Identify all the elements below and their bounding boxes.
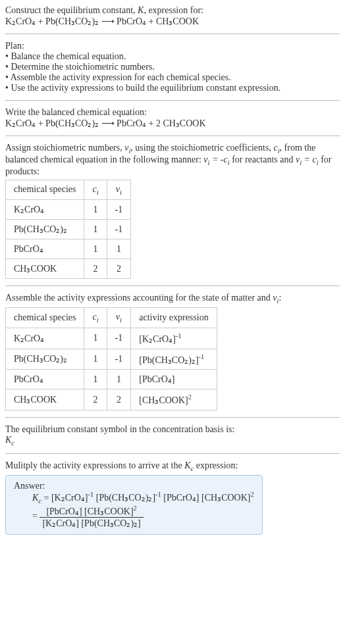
equals: = [41, 493, 51, 503]
cell-nui: 2 [107, 389, 131, 410]
cell-nui: 1 [107, 370, 131, 389]
table-row: CH₃COOK 2 2 [CH₃COOK]2 [6, 389, 217, 410]
activity-text: : [279, 293, 281, 303]
table-row: K₂CrO₄ 1 -1 [6, 200, 131, 220]
table-row: PbCrO₄ 1 1 [6, 239, 131, 259]
divider [5, 100, 340, 101]
stoich-text: Assign stoichiometric numbers, [5, 143, 124, 153]
cell-species: PbCrO₄ [6, 370, 84, 389]
table-header-row: chemical species ci νi activity expressi… [6, 308, 217, 328]
col-nui: νi [107, 180, 131, 200]
cell-species: K₂CrO₄ [6, 200, 84, 220]
denominator: [K₂CrO₄] [Pb(CH₃CO₂)₂] [40, 518, 143, 529]
cell-nui: -1 [107, 200, 131, 220]
cell-activity: [K₂CrO₄]-1 [131, 328, 217, 349]
cell-nui: -1 [107, 328, 131, 349]
cell-species: CH₃COOK [6, 259, 84, 279]
plan-title: Plan: [5, 41, 340, 51]
col-activity: activity expression [131, 308, 217, 328]
intro-text2: , expression for: [144, 5, 203, 15]
term: [PbCrO₄] [CH₃COOK]2 [161, 493, 254, 503]
divider [5, 417, 340, 418]
intro-equation: K₂CrO₄ + Pb(CH₃CO₂)₂ ⟶ PbCrO₄ + CH₃COOK [5, 16, 199, 26]
nu-symbol: νi [124, 143, 130, 153]
answer-line1: Kc = [K₂CrO₄]-1 [Pb(CH₃CO₂)₂]-1 [PbCrO₄]… [32, 491, 254, 505]
col-species: chemical species [6, 180, 84, 200]
cell-nui: -1 [107, 220, 131, 239]
plan-bullet: • Use the activity expressions to build … [5, 83, 340, 93]
plan-section: Plan: • Balance the chemical equation. •… [5, 41, 340, 93]
symbol-section: The equilibrium constant symbol in the c… [5, 424, 340, 447]
multiply-text: Mulitply the activity expressions to arr… [5, 460, 184, 470]
plan-bullet: • Determine the stoichiometric numbers. [5, 62, 340, 72]
stoich-text: for reactants and [230, 155, 296, 164]
term: [Pb(CH₃CO₂)₂]-1 [93, 493, 161, 503]
answer-box: Answer: Kc = [K₂CrO₄]-1 [Pb(CH₃CO₂)₂]-1 … [5, 475, 263, 535]
plan-bullet: • Assemble the activity expression for e… [5, 72, 340, 83]
answer-title: Answer: [14, 481, 254, 491]
intro-section: Construct the equilibrium constant, K, e… [5, 5, 340, 27]
cell-ci: 2 [84, 389, 107, 410]
nu-relation: νi = ci [296, 155, 319, 164]
cell-activity: [CH₃COOK]2 [131, 389, 217, 410]
activity-section: Assemble the activity expressions accoun… [5, 293, 340, 410]
activity-table: chemical species ci νi activity expressi… [5, 307, 217, 410]
col-ci: ci [84, 180, 107, 200]
cell-ci: 1 [84, 349, 107, 370]
balanced-title: Write the balanced chemical equation: [5, 107, 340, 118]
answer-line2: = [PbCrO₄] [CH₃COOK]2 [K₂CrO₄] [Pb(CH₃CO… [32, 505, 254, 529]
table-row: Pb(CH₃CO₂)₂ 1 -1 [Pb(CH₃CO₂)₂]-1 [6, 349, 217, 370]
table-row: Pb(CH₃CO₂)₂ 1 -1 [6, 220, 131, 239]
cell-activity: [Pb(CH₃CO₂)₂]-1 [131, 349, 217, 370]
stoich-text: , using the stoichiometric coefficients, [130, 143, 273, 153]
cell-ci: 1 [84, 220, 107, 239]
stoich-table: chemical species ci νi K₂CrO₄ 1 -1 Pb(CH… [5, 180, 131, 280]
cell-ci: 1 [84, 239, 107, 259]
divider [5, 136, 340, 136]
cell-nui: -1 [107, 349, 131, 370]
divider [5, 34, 340, 34]
divider [5, 453, 340, 454]
k-symbol: K [138, 5, 144, 15]
activity-text: Assemble the activity expressions accoun… [5, 293, 273, 303]
stoich-section: Assign stoichiometric numbers, νi, using… [5, 143, 340, 279]
multiply-section: Mulitply the activity expressions to arr… [5, 460, 340, 535]
cell-ci: 2 [84, 259, 107, 279]
cell-activity: [PbCrO₄] [131, 370, 217, 389]
cell-species: Pb(CH₃CO₂)₂ [6, 349, 84, 370]
kc-symbol: Kc [5, 435, 340, 447]
balanced-section: Write the balanced chemical equation: K₂… [5, 107, 340, 129]
plan-bullet: • Balance the chemical equation. [5, 51, 340, 62]
intro-text: Construct the equilibrium constant, [5, 5, 138, 15]
cell-ci: 1 [84, 328, 107, 349]
equals: = [32, 511, 40, 521]
cell-species: CH₃COOK [6, 389, 84, 410]
kc-symbol: Kc [184, 460, 194, 470]
cell-ci: 1 [84, 370, 107, 389]
cell-species: Pb(CH₃CO₂)₂ [6, 220, 84, 239]
cell-species: PbCrO₄ [6, 239, 84, 259]
symbol-text: The equilibrium constant symbol in the c… [5, 424, 340, 435]
cell-nui: 1 [107, 239, 131, 259]
table-row: CH₃COOK 2 2 [6, 259, 131, 279]
cell-ci: 1 [84, 200, 107, 220]
divider [5, 285, 340, 286]
numerator: [PbCrO₄] [CH₃COOK]2 [40, 505, 143, 518]
table-row: PbCrO₄ 1 1 [PbCrO₄] [6, 370, 217, 389]
table-header-row: chemical species ci νi [6, 180, 131, 200]
col-nui: νi [107, 308, 131, 328]
term: [K₂CrO₄]-1 [51, 493, 93, 503]
col-ci: ci [84, 308, 107, 328]
nu-relation: νi = -ci [203, 155, 229, 164]
fraction: [PbCrO₄] [CH₃COOK]2 [K₂CrO₄] [Pb(CH₃CO₂)… [40, 505, 143, 529]
kc-symbol: Kc [32, 493, 41, 503]
balanced-equation: K₂CrO₄ + Pb(CH₃CO₂)₂ ⟶ PbCrO₄ + 2 CH₃COO… [5, 118, 340, 129]
table-row: K₂CrO₄ 1 -1 [K₂CrO₄]-1 [6, 328, 217, 349]
col-species: chemical species [6, 308, 84, 328]
multiply-text: expression: [194, 460, 238, 470]
c-symbol: ci [273, 143, 279, 153]
cell-species: K₂CrO₄ [6, 328, 84, 349]
cell-nui: 2 [107, 259, 131, 279]
